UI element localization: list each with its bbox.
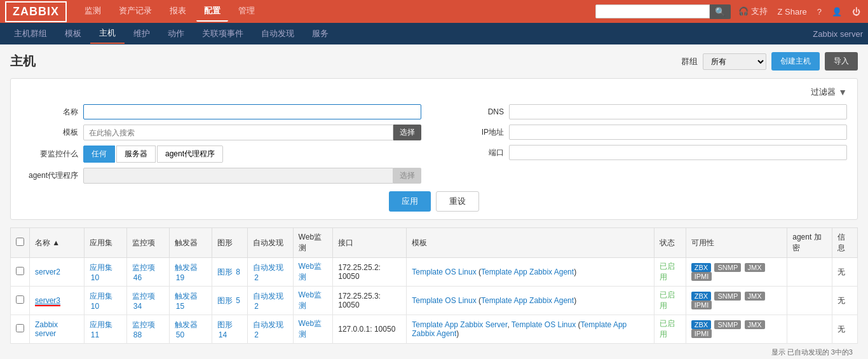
ipmi-tag: IPMI (691, 301, 712, 309)
appset-count[interactable]: 11 (91, 330, 99, 339)
nav-monitor[interactable]: 监测 (77, 1, 109, 22)
template-os-linux-link[interactable]: Template OS Linux (412, 268, 476, 276)
monitor-count[interactable]: 46 (133, 273, 142, 282)
group-select[interactable]: 所有 (703, 53, 766, 70)
search-button[interactable]: 🔍 (710, 4, 731, 19)
graph-count[interactable]: 14 (219, 330, 227, 339)
info-cell: 无 (832, 258, 858, 287)
nav-linked-events[interactable]: 关联项事件 (193, 24, 252, 43)
monitor-items-link[interactable]: 监控项 (132, 292, 155, 301)
user-icon[interactable]: 👤 (829, 4, 844, 19)
appset-count[interactable]: 10 (91, 302, 99, 311)
web-monitor-link[interactable]: Web监测 (299, 319, 322, 339)
graph-count[interactable]: 5 (236, 296, 240, 305)
appset-count[interactable]: 10 (91, 273, 99, 282)
monitor-count[interactable]: 88 (133, 330, 142, 339)
nav-actions[interactable]: 动作 (159, 24, 193, 43)
zabbix-logo[interactable]: ZABBIX (5, 1, 67, 22)
template-select-button[interactable]: 选择 (393, 125, 421, 140)
dns-input[interactable] (509, 104, 847, 119)
trigger-count[interactable]: 19 (176, 273, 184, 282)
name-input[interactable] (83, 104, 421, 119)
host-name-cell: Zabbix server (30, 315, 85, 344)
monitor-agent-btn[interactable]: agent代理程序 (157, 146, 223, 163)
web-monitor-link[interactable]: Web监测 (299, 290, 322, 310)
monitor-count[interactable]: 34 (133, 302, 142, 311)
ip-input[interactable] (509, 125, 847, 140)
row-select-checkbox[interactable] (16, 324, 24, 332)
graphs-link[interactable]: 图形 (217, 320, 233, 329)
auto-discover-link[interactable]: 自动发现 (253, 320, 283, 329)
monitor-items-link[interactable]: 监控项 (132, 320, 155, 329)
power-icon[interactable]: ⏻ (850, 4, 863, 19)
monitor-radio-group: 任何 服务器 agent代理程序 (83, 146, 223, 163)
status-toggle[interactable]: 已启用 (660, 319, 675, 339)
appset-link[interactable]: 应用集 (90, 292, 112, 301)
template-search-input[interactable] (83, 125, 393, 140)
header-graphs: 图形 (212, 228, 247, 258)
row-select-checkbox[interactable] (16, 267, 24, 275)
monitor-server-btn[interactable]: 服务器 (116, 146, 156, 163)
group-label: 群组 (681, 56, 698, 67)
graphs-link[interactable]: 图形 (217, 268, 233, 276)
status-toggle[interactable]: 已启用 (660, 290, 675, 310)
host-name-link[interactable]: server3 (35, 296, 60, 306)
template-app-agent-link[interactable]: Template App Zabbix Agent (481, 296, 574, 305)
monitor-items-link[interactable]: 监控项 (132, 263, 155, 272)
port-input[interactable] (509, 145, 847, 160)
create-host-button[interactable]: 创建主机 (771, 52, 820, 71)
appset-link[interactable]: 应用集 (90, 320, 112, 329)
triggers-link[interactable]: 触发器 (175, 263, 198, 272)
triggers-link[interactable]: 触发器 (175, 292, 198, 301)
share-icon[interactable]: Z Share (775, 4, 810, 19)
monitor-any-btn[interactable]: 任何 (83, 146, 115, 163)
host-name-link[interactable]: Zabbix server (35, 320, 58, 338)
auto-discover-cell: 自动发现 2 (248, 287, 293, 315)
appset-link[interactable]: 应用集 (90, 263, 112, 272)
agent-input[interactable] (83, 168, 393, 184)
nav-host-groups[interactable]: 主机群组 (5, 24, 56, 43)
header-interface: 接口 (333, 228, 407, 258)
nav-services[interactable]: 服务 (303, 24, 337, 43)
nav-config[interactable]: 配置 (196, 1, 228, 22)
template-app-server-link[interactable]: Template App Zabbix Server (412, 320, 507, 329)
search-input[interactable] (595, 4, 710, 18)
nav-reports[interactable]: 报表 (162, 1, 194, 22)
info-cell: 无 (832, 315, 858, 344)
auto-discover-count[interactable]: 2 (254, 273, 259, 282)
template-app-agent-link[interactable]: Template App Zabbix Agent (481, 268, 574, 276)
row-checkbox (11, 258, 30, 287)
select-all-checkbox[interactable] (16, 238, 24, 246)
auto-discover-count[interactable]: 2 (254, 302, 259, 311)
auto-discover-link[interactable]: 自动发现 (253, 292, 283, 301)
graphs-link[interactable]: 图形 (217, 296, 233, 305)
nav-templates[interactable]: 模板 (56, 24, 90, 43)
auto-discover-count[interactable]: 2 (254, 330, 259, 339)
auto-discover-link[interactable]: 自动发现 (253, 263, 283, 272)
web-monitor-link[interactable]: Web监测 (299, 262, 322, 281)
nav-hosts[interactable]: 主机 (90, 24, 125, 44)
encrypt-cell (787, 258, 832, 287)
nav-assets[interactable]: 资产记录 (111, 1, 159, 22)
reset-filter-button[interactable]: 重设 (436, 191, 479, 212)
triggers-link[interactable]: 触发器 (175, 320, 198, 329)
import-button[interactable]: 导入 (825, 52, 858, 71)
nav-admin[interactable]: 管理 (231, 1, 262, 22)
help-icon[interactable]: ? (815, 4, 824, 19)
nav-maintenance[interactable]: 维护 (125, 24, 159, 43)
nav-auto-discover[interactable]: 自动发现 (252, 24, 303, 43)
status-toggle[interactable]: 已启用 (660, 262, 675, 281)
template-os-linux-link[interactable]: Template OS Linux (512, 320, 576, 329)
host-name-cell: server2 (30, 258, 85, 287)
support-icon[interactable]: 🎧 支持 (736, 3, 770, 20)
apply-filter-button[interactable]: 应用 (389, 191, 431, 212)
template-os-linux-link[interactable]: Template OS Linux (412, 296, 476, 305)
header-name[interactable]: 名称 ▲ (30, 228, 85, 258)
host-name-link[interactable]: server2 (35, 268, 60, 276)
graph-count[interactable]: 8 (236, 268, 240, 276)
trigger-count[interactable]: 50 (176, 330, 184, 339)
row-select-checkbox[interactable] (16, 295, 24, 304)
availability-cell: ZBX SNMP JMX IPMI (686, 258, 787, 287)
trigger-count[interactable]: 15 (176, 302, 184, 311)
jmx-tag: JMX (745, 292, 765, 301)
